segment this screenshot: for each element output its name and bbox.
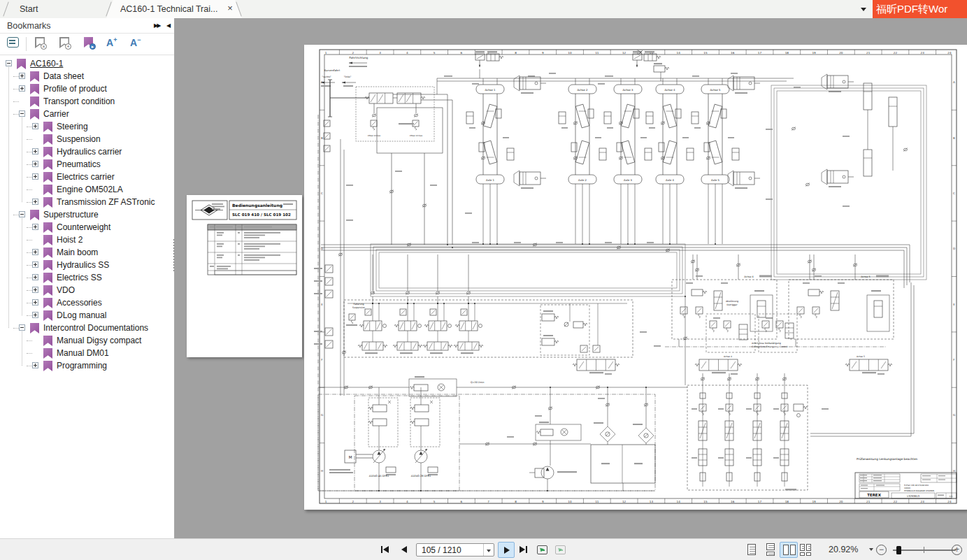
bookmark-item[interactable]: Main boom	[0, 246, 174, 259]
expander-plus-icon[interactable]	[32, 261, 38, 268]
bookmark-label: Data sheet	[43, 71, 84, 81]
text-smaller-icon[interactable]: A−	[130, 36, 141, 48]
bookmark-item[interactable]: Data sheet	[0, 70, 174, 82]
previous-view-button[interactable]	[537, 545, 547, 554]
expander-plus-icon[interactable]	[32, 299, 38, 306]
expander-plus-icon[interactable]	[32, 274, 38, 280]
continuous-facing-view-button[interactable]	[797, 543, 814, 557]
label-links: "links"	[344, 76, 352, 78]
bookmark-item[interactable]: Intercontrol Documentations	[0, 322, 174, 334]
expander-minus-icon[interactable]	[6, 60, 12, 66]
tab-start[interactable]: Start	[20, 4, 38, 14]
page-dropdown-icon[interactable]	[483, 544, 494, 556]
expand-all-icon[interactable]: ▶▶	[154, 22, 159, 29]
bookmark-item[interactable]: Transport condition	[0, 95, 174, 108]
bookmark-item[interactable]: Electrics carrier	[0, 171, 174, 183]
zoom-level[interactable]: 20.92%	[829, 545, 858, 554]
expander-minus-icon[interactable]	[19, 324, 25, 331]
bookmark-item[interactable]: Engine OM502LA	[0, 183, 174, 196]
bookmark-item[interactable]: Electrics SS	[0, 271, 174, 284]
bookmark-item[interactable]: Counterweight	[0, 221, 174, 234]
steering-block: Achse 5	[782, 254, 894, 347]
expander-plus-icon[interactable]	[32, 249, 38, 255]
bookmark-item[interactable]: Superstructure	[0, 208, 174, 221]
axle-label: Axle 3	[624, 178, 632, 182]
bookmark-label: Manual DM01	[57, 348, 109, 358]
single-page-view-button[interactable]	[743, 543, 760, 557]
zoom-in-icon[interactable]: +	[952, 545, 962, 555]
suspension-valve	[454, 254, 483, 354]
bookmark-item[interactable]: Suspension	[0, 133, 174, 145]
bookmark-item[interactable]: VDO	[0, 284, 174, 296]
axle-label: Achse 1	[485, 88, 496, 92]
bookmark-item[interactable]: Pneumatics	[0, 158, 174, 171]
expander-plus-icon[interactable]	[32, 148, 38, 155]
delete-bookmark-icon[interactable]: ×	[35, 37, 45, 48]
title-block: H-Plan UW AC170/AC16014002-HYDRAULIK DIA…	[855, 473, 957, 498]
grid-number: 9	[542, 500, 544, 503]
zoom-slider-handle[interactable]	[896, 546, 901, 554]
grid-number: 12	[622, 500, 626, 503]
next-view-button[interactable]	[555, 545, 566, 554]
grid-number: 7	[487, 500, 489, 503]
next-page-button[interactable]	[498, 542, 515, 558]
inspection-note: Prüfanweisung Lenkungsanlage beachten	[857, 457, 918, 461]
expander-plus-icon[interactable]	[32, 173, 38, 180]
add-bookmark-icon[interactable]: +	[59, 37, 69, 48]
collapse-panel-icon[interactable]: ◀	[166, 22, 171, 29]
tab-list-dropdown-icon[interactable]	[861, 8, 866, 11]
bookmark-label: Main boom	[57, 247, 98, 257]
label-achse: Achse 5	[861, 275, 870, 278]
bookmark-item[interactable]: Programming	[0, 359, 174, 372]
bookmark-item[interactable]: DLog manual	[0, 309, 174, 322]
expander-plus-icon[interactable]	[32, 362, 38, 368]
bookmark-label: Hydraulics SS	[57, 260, 109, 270]
bookmark-label: Counterweight	[57, 222, 110, 232]
expander-plus-icon[interactable]	[32, 123, 38, 129]
page-number-input[interactable]: 105 / 1210	[416, 543, 494, 557]
expander-plus-icon[interactable]	[32, 199, 38, 205]
grid-number: 18	[785, 500, 789, 503]
panel-options-icon[interactable]	[7, 37, 19, 48]
bookmark-item[interactable]: Hoist 2	[0, 234, 174, 246]
bookmark-flag-icon	[30, 210, 39, 220]
panel-resize-handle[interactable]	[173, 238, 175, 272]
bookmark-item[interactable]: Manual DM01	[0, 347, 174, 359]
bookmark-item[interactable]: Carrier	[0, 108, 174, 120]
label-outrigger: Outrigger	[726, 303, 738, 306]
bookmark-item[interactable]: Accessories	[0, 296, 174, 309]
bookmark-item[interactable]: Steering	[0, 120, 174, 133]
bookmark-item[interactable]: Profile of product	[0, 82, 174, 95]
tab-document[interactable]: AC160-1 Technical Trai...	[120, 4, 217, 14]
brake-valve-column	[718, 373, 733, 487]
zoom-out-icon[interactable]: −	[876, 545, 887, 555]
bookmark-item[interactable]: Transmission ZF ASTronic	[0, 196, 174, 208]
bookmark-item[interactable]: AC160-1	[0, 57, 174, 70]
expander-minus-icon[interactable]	[19, 211, 25, 217]
document-area[interactable]: BedienungsanleitungSLC 019 410 / SLC 019…	[176, 18, 967, 538]
grid-letter: G	[953, 413, 955, 417]
expander-plus-icon[interactable]	[32, 161, 38, 167]
facing-view-button[interactable]	[780, 542, 798, 558]
previous-page-button[interactable]	[401, 546, 407, 553]
tab-close-icon[interactable]: ×	[225, 3, 235, 13]
text-larger-icon[interactable]: A+	[106, 36, 117, 48]
label-abstuetzung: Abstützung	[726, 300, 738, 303]
zoom-dropdown-icon[interactable]	[869, 548, 873, 551]
bookmark-item[interactable]: Manual Digsy compact	[0, 334, 174, 347]
axle-group-2: Achse 2Axle 2	[559, 78, 606, 244]
page-diagram: 1122334455667788991010111112121313141415…	[304, 45, 967, 510]
expander-plus-icon[interactable]	[32, 287, 38, 293]
expander-plus-icon[interactable]	[32, 224, 38, 230]
expander-plus-icon[interactable]	[19, 85, 25, 92]
bookmark-item[interactable]: Hydraulics SS	[0, 259, 174, 271]
pdf-to-word-button[interactable]: 福昕PDF转Wor	[873, 0, 967, 18]
bookmark-item[interactable]: Hydraulics carrier	[0, 145, 174, 158]
expand-bookmark-icon[interactable]: ▸	[84, 37, 93, 48]
expander-plus-icon[interactable]	[19, 73, 25, 79]
grid-number: 4	[406, 51, 408, 55]
expander-plus-icon[interactable]	[32, 312, 38, 318]
expander-minus-icon[interactable]	[19, 110, 25, 117]
continuous-view-button[interactable]	[762, 543, 779, 557]
grid-number: 1	[325, 51, 327, 55]
